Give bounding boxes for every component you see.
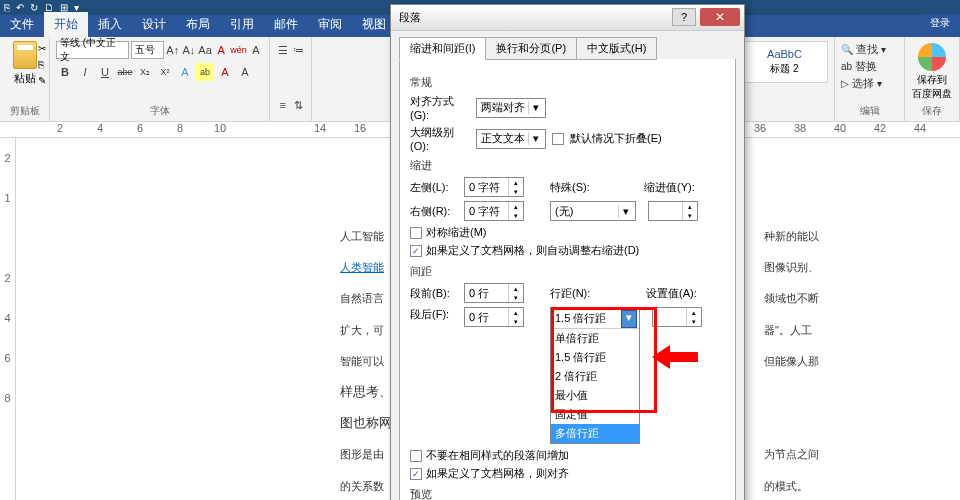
text-effects-icon[interactable]: A xyxy=(176,63,194,81)
clear-format-icon[interactable]: A xyxy=(214,41,228,59)
dialog-tabs: 缩进和间距(I) 换行和分页(P) 中文版式(H) xyxy=(391,31,744,60)
before-spinner[interactable]: 0 行 xyxy=(464,283,524,303)
mirror-checkbox[interactable] xyxy=(410,227,422,239)
line-opt-multiple[interactable]: 多倍行距 xyxy=(551,424,639,443)
phonetic-icon[interactable]: wén xyxy=(230,41,247,59)
paragraph-group: ☰≔ ≡⇅ xyxy=(270,37,312,122)
paste-icon xyxy=(13,41,37,69)
font-label: 字体 xyxy=(56,104,263,118)
font-family-combo[interactable]: 等线 (中文正文 xyxy=(56,41,129,59)
set-value-spinner[interactable] xyxy=(652,307,702,327)
style-preview[interactable]: AaBbC 标题 2 xyxy=(741,41,828,83)
bold-button[interactable]: B xyxy=(56,63,74,81)
replace-button[interactable]: ab 替换 xyxy=(841,58,898,75)
superscript-button[interactable]: X² xyxy=(156,63,174,81)
line-spacing-options: 单倍行距 1.5 倍行距 2 倍行距 最小值 固定值 多倍行距 xyxy=(551,328,639,443)
save-label: 保存 xyxy=(911,104,953,118)
tab-line-breaks[interactable]: 换行和分页(P) xyxy=(485,37,577,60)
align-icon[interactable]: ≡ xyxy=(276,96,290,114)
underline-button[interactable]: U xyxy=(96,63,114,81)
line-opt-single[interactable]: 单倍行距 xyxy=(551,329,639,348)
same-style-label: 不要在相同样式的段落间增加 xyxy=(426,448,569,463)
mirror-label: 对称缩进(M) xyxy=(426,225,487,240)
right-indent-spinner[interactable]: 0 字符 xyxy=(464,201,524,221)
tab-references[interactable]: 引用 xyxy=(220,12,264,37)
style-sample: AaBbC xyxy=(748,48,821,60)
baidu-cloud-icon[interactable] xyxy=(918,43,946,71)
annotation-arrow xyxy=(668,352,698,362)
format-painter-icon[interactable]: ✎ xyxy=(38,75,46,86)
after-spinner[interactable]: 0 行 xyxy=(464,307,524,327)
vertical-ruler[interactable]: 212468 xyxy=(0,138,16,500)
indent-section: 缩进 xyxy=(410,158,725,173)
auto-adjust-label: 如果定义了文档网格，则自动调整右缩进(D) xyxy=(426,243,639,258)
paste-label: 粘贴 xyxy=(14,71,36,86)
collapse-label: 默认情况下折叠(E) xyxy=(570,131,662,146)
styles-group: AaBbC 标题 2 xyxy=(735,37,835,122)
find-button[interactable]: 🔍 查找 ▾ xyxy=(841,41,898,58)
char-shading-icon[interactable]: A xyxy=(236,63,254,81)
close-button[interactable]: ✕ xyxy=(700,8,740,26)
tab-home[interactable]: 开始 xyxy=(44,12,88,37)
line-opt-1-5[interactable]: 1.5 倍行距 xyxy=(551,348,639,367)
highlight-icon[interactable]: ab xyxy=(196,63,214,81)
save-line1: 保存到 xyxy=(911,73,953,87)
copy-icon[interactable]: ⎘ xyxy=(38,59,44,70)
tab-indent-spacing[interactable]: 缩进和间距(I) xyxy=(399,37,486,60)
line-spacing-dropdown[interactable]: 1.5 倍行距 单倍行距 1.5 倍行距 2 倍行距 最小值 固定值 多倍行距 xyxy=(550,307,640,444)
line-opt-double[interactable]: 2 倍行距 xyxy=(551,367,639,386)
line-opt-fixed[interactable]: 固定值 xyxy=(551,405,639,424)
sort-icon[interactable]: ⇅ xyxy=(292,96,306,114)
line-spacing-label: 行距(N): xyxy=(550,286,598,301)
before-label: 段前(B): xyxy=(410,286,458,301)
grid-align-checkbox[interactable]: ✓ xyxy=(410,468,422,480)
font-size-combo[interactable]: 五号 xyxy=(131,41,164,59)
login-button[interactable]: 登录 xyxy=(924,14,956,32)
char-border-icon[interactable]: A xyxy=(249,41,263,59)
grow-font-icon[interactable]: A↑ xyxy=(166,41,180,59)
subscript-button[interactable]: X₂ xyxy=(136,63,154,81)
set-value-label: 设置值(A): xyxy=(646,286,697,301)
tab-insert[interactable]: 插入 xyxy=(88,12,132,37)
cut-icon[interactable]: ✂ xyxy=(38,43,46,54)
after-label: 段后(F): xyxy=(410,307,458,322)
dialog-body: 常规 对齐方式(G): 两端对齐 大纲级别(O): 正文文本 默认情况下折叠(E… xyxy=(399,59,736,500)
bullets-icon[interactable]: ☰ xyxy=(276,41,290,59)
grid-align-label: 如果定义了文档网格，则对齐 xyxy=(426,466,569,481)
preview-section: 预览 xyxy=(410,487,725,500)
dialog-titlebar[interactable]: 段落 ? ✕ xyxy=(391,5,744,31)
outline-label: 大纲级别(O): xyxy=(410,125,470,152)
tab-review[interactable]: 审阅 xyxy=(308,12,352,37)
edit-label: 编辑 xyxy=(841,104,898,118)
shrink-font-icon[interactable]: A↓ xyxy=(182,41,196,59)
numbering-icon[interactable]: ≔ xyxy=(292,41,306,59)
hyperlink: 人类智能 xyxy=(340,261,384,273)
auto-adjust-checkbox[interactable]: ✓ xyxy=(410,245,422,257)
tab-file[interactable]: 文件 xyxy=(0,12,44,37)
help-button[interactable]: ? xyxy=(672,8,696,26)
tab-design[interactable]: 设计 xyxy=(132,12,176,37)
change-case-icon[interactable]: Aa xyxy=(198,41,212,59)
left-indent-spinner[interactable]: 0 字符 xyxy=(464,177,524,197)
tab-layout[interactable]: 布局 xyxy=(176,12,220,37)
tab-chinese[interactable]: 中文版式(H) xyxy=(576,37,657,60)
indent-val-label: 缩进值(Y): xyxy=(644,180,695,195)
general-section: 常规 xyxy=(410,75,725,90)
save-cloud-group: 保存到 百度网盘 保存 xyxy=(905,37,960,122)
special-dropdown[interactable]: (无) xyxy=(550,201,636,221)
collapse-checkbox[interactable] xyxy=(552,133,564,145)
strike-button[interactable]: abe xyxy=(116,63,134,81)
dialog-title: 段落 xyxy=(399,10,421,25)
italic-button[interactable]: I xyxy=(76,63,94,81)
outline-dropdown[interactable]: 正文文本 xyxy=(476,129,546,149)
align-dropdown[interactable]: 两端对齐 xyxy=(476,98,546,118)
same-style-checkbox[interactable] xyxy=(410,450,422,462)
font-color-icon[interactable]: A xyxy=(216,63,234,81)
left-label: 左侧(L): xyxy=(410,180,458,195)
select-button[interactable]: ▷ 选择 ▾ xyxy=(841,75,898,92)
tab-mail[interactable]: 邮件 xyxy=(264,12,308,37)
line-opt-min[interactable]: 最小值 xyxy=(551,386,639,405)
indent-value-spinner[interactable] xyxy=(648,201,698,221)
spacing-section: 间距 xyxy=(410,264,725,279)
style-name: 标题 2 xyxy=(748,62,821,76)
